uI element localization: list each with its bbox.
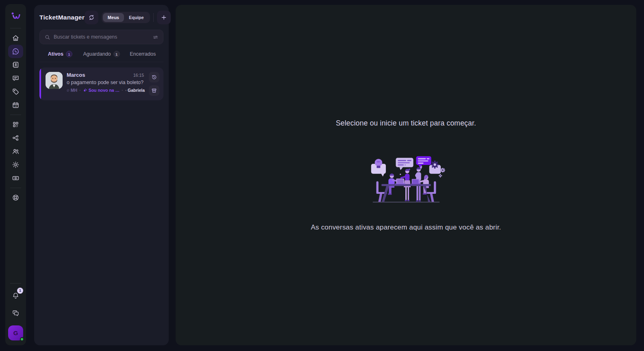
list-header: TicketManager Meus Equipe <box>39 11 163 24</box>
team-illustration <box>366 148 446 206</box>
user-avatar[interactable]: G <box>8 325 23 340</box>
sidebar-item-settings[interactable] <box>8 158 23 171</box>
search-input[interactable] <box>54 34 149 40</box>
ticket-list-panel: TicketManager Meus Equipe Ativos 1 Aguar… <box>34 5 169 345</box>
contact-name: Marcos <box>67 72 85 78</box>
sidebar-item-tags[interactable] <box>8 85 23 98</box>
tab-encerrados[interactable]: Encerrados <box>122 46 163 62</box>
search-icon <box>44 34 50 40</box>
filter-sliders-icon[interactable] <box>152 34 159 40</box>
plus-icon <box>161 14 167 21</box>
ticket-actions <box>149 72 159 96</box>
sidebar-item-messages[interactable] <box>8 72 23 85</box>
home-icon <box>12 34 20 42</box>
divider <box>10 188 21 188</box>
internal-chat-button[interactable] <box>8 306 23 320</box>
avatar-initial: G <box>13 329 18 336</box>
ticket-time: 16:15 <box>133 73 145 78</box>
tab-ativos[interactable]: Ativos 1 <box>39 46 81 62</box>
whatsapp-icon <box>12 48 20 55</box>
sidebar-item-connections[interactable] <box>8 131 23 145</box>
svg-text:12: 12 <box>14 105 17 107</box>
tab-count-badge: 1 <box>66 51 72 57</box>
last-message-preview: o pagamento pode ser via boleto? <box>67 80 145 85</box>
help-buoy-icon <box>12 194 20 202</box>
sidebar-item-help[interactable] <box>8 191 23 204</box>
conversations-icon <box>12 309 20 317</box>
empty-state-subtitle: As conversas ativas aparecem aqui assim … <box>311 223 501 232</box>
tag-name: Sou novo na Me… <box>89 88 120 93</box>
view-toggle: Meus Equipe <box>102 12 150 23</box>
sidebar-item-teams[interactable] <box>8 145 23 158</box>
history-button[interactable] <box>149 72 159 82</box>
sidebar-item-apps[interactable] <box>8 118 23 131</box>
ticket-meta: MH · Sou novo na Me… · Gabriela <box>67 88 145 93</box>
channel-name: MH <box>71 88 77 93</box>
sidebar-item-home[interactable] <box>8 31 23 45</box>
sidebar-item-billing[interactable] <box>8 171 23 185</box>
contacts-book-icon <box>12 61 20 69</box>
new-ticket-button[interactable] <box>157 11 171 24</box>
ticket-content: Marcos 16:15 o pagamento pode ser via bo… <box>67 72 145 96</box>
status-tabs: Ativos 1 Aguardando 1 Encerrados <box>39 46 163 62</box>
notification-badge: 1 <box>17 288 23 294</box>
person-icon <box>125 88 126 93</box>
search-bar <box>39 30 163 44</box>
toggle-meus-button[interactable]: Meus <box>103 13 124 22</box>
notifications-button[interactable]: 1 <box>8 289 23 302</box>
banknote-icon <box>12 174 20 182</box>
divider <box>153 13 154 22</box>
ticket-list-item[interactable]: Marcos 16:15 o pagamento pode ser via bo… <box>39 67 163 100</box>
tab-label: Ativos <box>48 51 63 57</box>
conversation-panel: Selecione ou inicie um ticket para começ… <box>176 5 636 345</box>
sidebar-item-contacts[interactable] <box>8 58 23 72</box>
tab-aguardando[interactable]: Aguardando 1 <box>81 46 122 62</box>
whatsapp-mini-icon <box>67 88 70 93</box>
divider <box>10 283 21 284</box>
apps-grid-icon <box>12 121 20 128</box>
assignee-name: Gabriela <box>128 88 145 93</box>
connections-icon <box>12 134 20 142</box>
contact-avatar <box>46 72 63 89</box>
icon-rail: 12 1 G <box>5 4 26 345</box>
tab-label: Aguardando <box>83 51 111 57</box>
sidebar-item-whatsapp[interactable] <box>8 45 23 58</box>
archive-button[interactable] <box>149 85 159 96</box>
page-title: TicketManager <box>39 14 85 21</box>
users-icon <box>12 147 20 155</box>
separator: · <box>122 88 123 93</box>
divider <box>10 28 21 28</box>
brand-logo <box>7 6 25 25</box>
channel-label: MH <box>67 88 77 93</box>
chat-icon <box>12 74 20 82</box>
ticket-tag: Sou novo na Me… <box>83 88 120 93</box>
toggle-equipe-button[interactable]: Equipe <box>124 13 149 22</box>
online-status-dot <box>20 337 24 341</box>
sidebar-item-calendar[interactable]: 12 <box>8 98 23 112</box>
empty-state-title: Selecione ou inicie um ticket para começ… <box>336 119 476 128</box>
archive-icon <box>151 88 157 93</box>
assignee-label: Gabriela <box>125 88 145 93</box>
plug-icon <box>83 88 87 93</box>
settings-gear-icon <box>12 161 20 169</box>
refresh-icon <box>88 14 95 21</box>
refresh-button[interactable] <box>85 11 98 24</box>
calendar-icon: 12 <box>12 101 20 109</box>
divider <box>10 115 21 115</box>
tab-count-badge: 1 <box>113 51 120 57</box>
tag-icon <box>12 88 20 95</box>
history-icon <box>151 74 157 80</box>
tab-label: Encerrados <box>130 51 156 57</box>
separator: · <box>79 88 81 93</box>
